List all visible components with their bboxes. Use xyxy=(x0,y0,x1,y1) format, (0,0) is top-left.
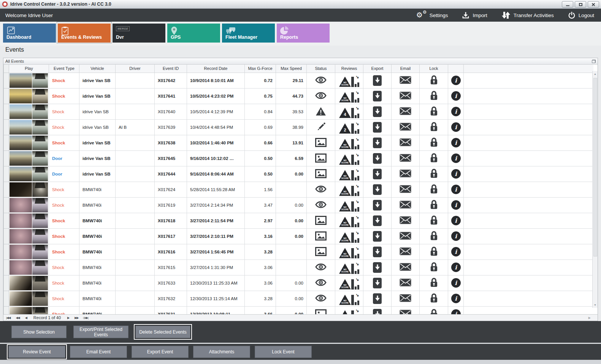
scroll-down-icon[interactable]: ▼ xyxy=(593,304,598,306)
col-status[interactable]: Status xyxy=(307,65,335,73)
reviews-cell[interactable]: NO SCORE ↘ xyxy=(335,244,363,260)
email-event-button[interactable]: Email Event xyxy=(70,346,127,358)
event-thumbnail[interactable] xyxy=(9,275,49,291)
lock-cell[interactable] xyxy=(420,182,448,197)
reviews-cell[interactable]: NO SCORE ↘ xyxy=(335,306,363,314)
table-row[interactable]: Shock BMW740i X017633 12/30/2013 11:25:3… xyxy=(4,275,593,291)
event-thumbnail[interactable] xyxy=(9,135,49,150)
import-button[interactable]: Import xyxy=(462,12,487,19)
event-thumbnail[interactable] xyxy=(9,166,49,182)
export-cell[interactable] xyxy=(363,88,392,104)
event-thumbnail[interactable] xyxy=(9,228,49,244)
table-row[interactable]: Shock BMW740i X017617 3/27/2014 2:10:11 … xyxy=(4,228,593,244)
lock-cell[interactable] xyxy=(420,88,448,104)
event-thumbnail[interactable] xyxy=(9,213,49,228)
export-cell[interactable] xyxy=(363,228,392,244)
info-cell[interactable]: i xyxy=(448,182,464,197)
event-thumbnail[interactable] xyxy=(9,260,49,275)
restore-panel-icon[interactable] xyxy=(592,60,596,63)
info-cell[interactable]: i xyxy=(448,150,464,166)
reviews-cell[interactable]: NO SCORE ↘ xyxy=(335,213,363,228)
close-button[interactable] xyxy=(588,1,599,8)
table-row[interactable]: Shock BMW740i X017618 3/27/2014 2:11:54 … xyxy=(4,213,593,228)
reviews-cell[interactable]: NO SCORE ↘ xyxy=(335,73,363,88)
col-play[interactable]: Play xyxy=(9,65,49,73)
table-row[interactable]: Door idrive Van SB X017645 9/16/2014 10:… xyxy=(4,150,593,166)
table-row[interactable]: Shock idrive Van SB X017641 10/5/2014 4:… xyxy=(4,88,593,104)
table-row[interactable]: Shock idrive Van SB Al B X017639 10/4/20… xyxy=(4,119,593,135)
export-cell[interactable] xyxy=(363,197,392,213)
table-row[interactable]: Shock idrive Van SB X017638 10/2/2014 1:… xyxy=(4,135,593,150)
event-thumbnail[interactable] xyxy=(9,197,49,213)
table-row[interactable]: Shock BMW740i X017619 3/27/2014 2:14:34 … xyxy=(4,197,593,213)
info-cell[interactable]: i xyxy=(448,306,464,314)
email-cell[interactable] xyxy=(392,73,420,88)
first-record-icon[interactable]: |◀◀ xyxy=(6,315,10,321)
scroll-up-icon[interactable]: ▲ xyxy=(593,73,598,75)
export-cell[interactable] xyxy=(363,135,392,150)
next-page-icon[interactable]: ▶▶ xyxy=(75,315,78,321)
prev-page-icon[interactable]: ◀◀ xyxy=(16,315,19,321)
tab-fleet-manager[interactable]: Fleet Manager xyxy=(222,24,275,43)
info-cell[interactable]: i xyxy=(448,119,464,135)
scrollbar-thumb[interactable] xyxy=(593,78,597,256)
email-cell[interactable] xyxy=(392,228,420,244)
email-cell[interactable] xyxy=(392,104,420,119)
minimize-button[interactable] xyxy=(562,1,573,8)
info-cell[interactable]: i xyxy=(448,260,464,275)
lock-event-button[interactable]: Lock Event xyxy=(255,346,312,358)
email-cell[interactable] xyxy=(392,166,420,182)
lock-cell[interactable] xyxy=(420,197,448,213)
prev-record-icon[interactable]: ◀ xyxy=(25,315,27,321)
reviews-cell[interactable]: NO SCORE ↘ xyxy=(335,150,363,166)
event-thumbnail[interactable] xyxy=(9,306,49,314)
info-cell[interactable]: i xyxy=(448,88,464,104)
lock-cell[interactable] xyxy=(420,73,448,88)
email-cell[interactable] xyxy=(392,291,420,306)
export-cell[interactable] xyxy=(363,244,392,260)
event-thumbnail[interactable] xyxy=(9,119,49,135)
reviews-cell[interactable]: NO SCORE ↘ xyxy=(335,182,363,197)
event-thumbnail[interactable] xyxy=(9,73,49,88)
delete-selected-events-button[interactable]: Delete Selected Events xyxy=(135,326,190,338)
tab-events-reviews[interactable]: Events & Reviews xyxy=(58,24,111,43)
export-event-button[interactable]: Export Event xyxy=(132,346,189,358)
lock-cell[interactable] xyxy=(420,135,448,150)
info-cell[interactable]: i xyxy=(448,291,464,306)
lock-cell[interactable] xyxy=(420,306,448,314)
settings-button[interactable]: ⚙⚙ Settings xyxy=(416,11,448,19)
col-event-type[interactable]: Event Type xyxy=(49,65,79,73)
reviews-cell[interactable]: NO SCORE ↘ xyxy=(335,197,363,213)
reviews-cell[interactable]: NO SCORE ↘ xyxy=(335,260,363,275)
vertical-scrollbar[interactable]: ▲ ▼ xyxy=(592,71,598,308)
export-cell[interactable] xyxy=(363,213,392,228)
export-cell[interactable] xyxy=(363,306,392,314)
col-driver[interactable]: Driver xyxy=(116,65,155,73)
email-cell[interactable] xyxy=(392,197,420,213)
reviews-cell[interactable]: NO SCORE ↘ xyxy=(335,291,363,306)
lock-cell[interactable] xyxy=(420,275,448,291)
event-thumbnail[interactable] xyxy=(9,244,49,260)
table-row[interactable]: Shock idrive Van SB X017640 10/5/2014 4:… xyxy=(4,104,593,119)
tab-reports[interactable]: Reports xyxy=(277,24,330,43)
event-thumbnail[interactable] xyxy=(9,104,49,119)
reviews-cell[interactable]: NO SCORE ↘ xyxy=(335,166,363,182)
table-row[interactable]: Shock BMW740i X017624 5/28/2014 11:55:28… xyxy=(4,182,593,197)
export-cell[interactable] xyxy=(363,73,392,88)
tab-dashboard[interactable]: Dashboard xyxy=(3,24,56,43)
attachments-button[interactable]: Attachments xyxy=(193,346,250,358)
col-max-g-force[interactable]: Max G-Force xyxy=(245,65,276,73)
table-row[interactable]: Shock BMW740i X017616 3/27/2014 1:56:45 … xyxy=(4,244,593,260)
email-cell[interactable] xyxy=(392,119,420,135)
lock-cell[interactable] xyxy=(420,119,448,135)
email-cell[interactable] xyxy=(392,306,420,314)
lock-cell[interactable] xyxy=(420,166,448,182)
export-cell[interactable] xyxy=(363,119,392,135)
email-cell[interactable] xyxy=(392,244,420,260)
reviews-cell[interactable]: 4 ↘ xyxy=(335,104,363,119)
col-lock[interactable]: Lock xyxy=(420,65,448,73)
lock-cell[interactable] xyxy=(420,104,448,119)
export-cell[interactable] xyxy=(363,182,392,197)
show-selection-button[interactable]: Show Selection xyxy=(11,326,67,338)
review-event-button[interactable]: Review Event xyxy=(8,346,65,358)
